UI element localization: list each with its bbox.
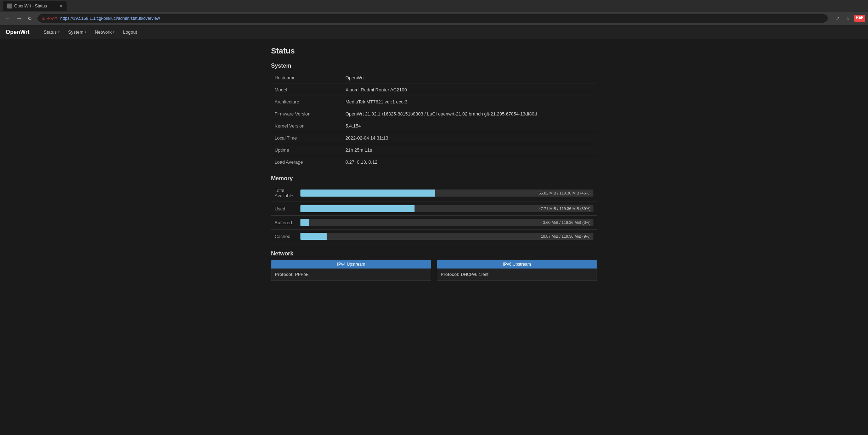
memory-row-label: Total Available — [271, 185, 297, 202]
network-card-body: Protocol: DHCPv6 client — [437, 269, 597, 281]
system-info-table: Hostname OpenWrt Model Xiaomi Redmi Rout… — [271, 72, 597, 168]
system-row-value: OpenWrt — [342, 72, 597, 84]
memory-bar-fill — [300, 219, 309, 226]
memory-bar-container: 47.71 MiB / 119.36 MiB (39%) — [300, 205, 593, 212]
memory-row: Cached 10.87 MiB / 119.36 MiB (9%) — [271, 230, 597, 243]
main-content: Status System Hostname OpenWrt Model Xia… — [264, 39, 604, 288]
url-display: https://192.168.1.1/cgi-bin/luci/admin/s… — [60, 16, 160, 21]
memory-bar-label: 55.82 MiB / 119.36 MiB (46%) — [539, 191, 591, 195]
memory-row: Used 47.71 MiB / 119.36 MiB (39%) — [271, 202, 597, 216]
memory-row-bar-cell: 10.87 MiB / 119.36 MiB (9%) — [297, 230, 597, 243]
app-header: OpenWrt Status ▾ System ▾ Network ▾ Logo… — [0, 25, 868, 39]
tab-bar: OpenWrt - Status ✕ — [0, 0, 868, 12]
brand-logo: OpenWrt — [6, 29, 29, 35]
protocol-label: Protocol: — [275, 272, 294, 277]
memory-section-title: Memory — [271, 175, 597, 182]
memory-bar-label: 10.87 MiB / 119.36 MiB (9%) — [541, 234, 591, 238]
nav-item-logout[interactable]: Logout — [119, 27, 141, 37]
network-caret-icon: ▾ — [113, 30, 114, 34]
memory-bar-label: 3.60 MiB / 119.36 MiB (3%) — [543, 220, 591, 225]
warning-icon: ⚠ — [41, 16, 45, 21]
memory-info-table: Total Available 55.82 MiB / 119.36 MiB (… — [271, 185, 597, 243]
system-row: Firmware Version OpenWrt 21.02.1 r16325-… — [271, 108, 597, 120]
system-row: Hostname OpenWrt — [271, 72, 597, 84]
browser-tab[interactable]: OpenWrt - Status ✕ — [3, 1, 67, 11]
protocol-label: Protocol: — [441, 272, 460, 277]
memory-row-bar-cell: 47.71 MiB / 119.36 MiB (39%) — [297, 202, 597, 216]
nav-item-status[interactable]: Status ▾ — [40, 27, 63, 37]
system-row-label: Architecture — [271, 96, 342, 108]
memory-row: Total Available 55.82 MiB / 119.36 MiB (… — [271, 185, 597, 202]
security-warning: ⚠ 不安全 — [41, 16, 58, 21]
nav-item-system[interactable]: System ▾ — [64, 27, 90, 37]
back-button[interactable]: ← — [3, 15, 13, 22]
system-row-value: MediaTek MT7621 ver:1 eco:3 — [342, 96, 597, 108]
system-row-label: Firmware Version — [271, 108, 342, 120]
memory-bar-fill — [300, 233, 327, 240]
nav-item-network[interactable]: Network ▾ — [91, 27, 118, 37]
share-button[interactable]: ↗ — [834, 15, 842, 22]
system-row-value: 2022-02-04 14:31:13 — [342, 132, 597, 144]
reload-button[interactable]: ↻ — [26, 15, 34, 22]
memory-bar-fill — [300, 190, 435, 197]
browser-toolbar-icons: ↗ ☆ REP — [834, 15, 865, 22]
forward-button[interactable]: → — [14, 15, 24, 22]
address-bar[interactable]: ⚠ 不安全 https://192.168.1.1/cgi-bin/luci/a… — [37, 14, 828, 23]
system-row-label: Kernel Version — [271, 120, 342, 132]
status-caret-icon: ▾ — [58, 30, 60, 34]
system-caret-icon: ▾ — [85, 30, 86, 34]
rep-badge: REP — [854, 15, 865, 22]
browser-nav-buttons: ← → ↻ — [3, 15, 34, 22]
memory-row: Buffered 3.60 MiB / 119.36 MiB (3%) — [271, 216, 597, 230]
nav-item-network-label: Network — [95, 29, 112, 35]
memory-bar-label: 47.71 MiB / 119.36 MiB (39%) — [539, 207, 591, 211]
tab-favicon — [7, 4, 12, 9]
system-row-label: Local Time — [271, 132, 342, 144]
bookmark-button[interactable]: ☆ — [844, 15, 852, 22]
memory-row-label: Used — [271, 202, 297, 216]
system-row-value: 5.4.154 — [342, 120, 597, 132]
tab-close-button[interactable]: ✕ — [60, 4, 62, 8]
network-card-header: IPv6 Upstream — [437, 260, 597, 269]
protocol-value: PPPoE — [295, 272, 309, 277]
system-row-value: Xiaomi Redmi Router AC2100 — [342, 84, 597, 96]
system-row-label: Model — [271, 84, 342, 96]
system-row: Local Time 2022-02-04 14:31:13 — [271, 132, 597, 144]
system-row-label: Hostname — [271, 72, 342, 84]
memory-bar-container: 55.82 MiB / 119.36 MiB (46%) — [300, 190, 593, 197]
system-row-value: 0.27, 0.13, 0.12 — [342, 156, 597, 168]
nav-item-status-label: Status — [44, 29, 57, 35]
network-card: IPv6 Upstream Protocol: DHCPv6 client — [437, 260, 597, 281]
system-row-label: Load Average — [271, 156, 342, 168]
network-card-body: Protocol: PPPoE — [271, 269, 431, 281]
page-title: Status — [271, 46, 597, 56]
memory-row-bar-cell: 3.60 MiB / 119.36 MiB (3%) — [297, 216, 597, 230]
browser-chrome: OpenWrt - Status ✕ ← → ↻ ⚠ 不安全 https://1… — [0, 0, 868, 25]
network-section-title: Network — [271, 250, 597, 257]
memory-bar-fill — [300, 205, 415, 212]
system-row-value: 21h 25m 11s — [342, 144, 597, 156]
nav-item-system-label: System — [68, 29, 83, 35]
network-card-protocol-row: Protocol: DHCPv6 client — [441, 271, 593, 278]
nav-item-logout-label: Logout — [123, 29, 137, 35]
system-row: Kernel Version 5.4.154 — [271, 120, 597, 132]
network-card-protocol-row: Protocol: PPPoE — [275, 271, 427, 278]
browser-toolbar: ← → ↻ ⚠ 不安全 https://192.168.1.1/cgi-bin/… — [0, 12, 868, 25]
system-row-value: OpenWrt 21.02.1 r16325-88151b8303 / LuCI… — [342, 108, 597, 120]
insecure-label: 不安全 — [46, 16, 58, 21]
system-row: Architecture MediaTek MT7621 ver:1 eco:3 — [271, 96, 597, 108]
memory-bar-container: 3.60 MiB / 119.36 MiB (3%) — [300, 219, 593, 226]
network-card-header: IPv4 Upstream — [271, 260, 431, 269]
protocol-value: DHCPv6 client — [461, 272, 489, 277]
system-row: Model Xiaomi Redmi Router AC2100 — [271, 84, 597, 96]
network-card: IPv4 Upstream Protocol: PPPoE — [271, 260, 431, 281]
network-grid: IPv4 Upstream Protocol: PPPoE IPv6 Upstr… — [271, 260, 597, 281]
system-section-title: System — [271, 63, 597, 69]
memory-row-label: Cached — [271, 230, 297, 243]
system-row: Uptime 21h 25m 11s — [271, 144, 597, 156]
nav-menu: Status ▾ System ▾ Network ▾ Logout — [40, 27, 141, 37]
system-row: Load Average 0.27, 0.13, 0.12 — [271, 156, 597, 168]
memory-row-bar-cell: 55.82 MiB / 119.36 MiB (46%) — [297, 185, 597, 202]
system-row-label: Uptime — [271, 144, 342, 156]
tab-title: OpenWrt - Status — [14, 4, 47, 9]
